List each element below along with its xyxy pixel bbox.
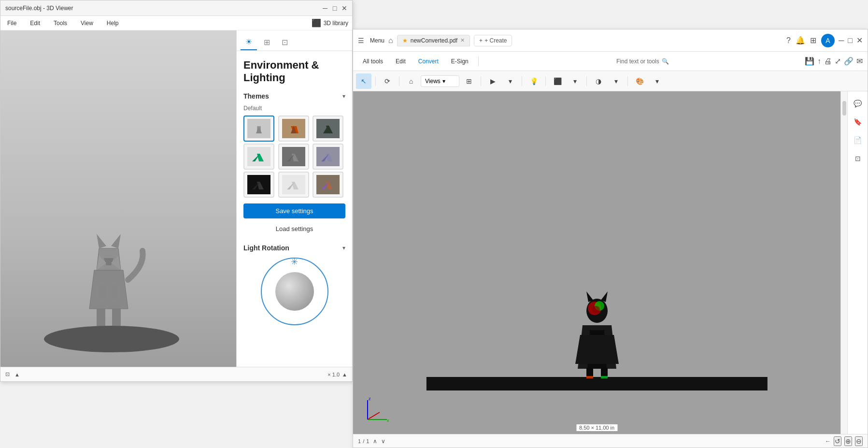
theme-item-3[interactable] (313, 116, 343, 142)
zoom-icon[interactable]: ⤢ (835, 57, 841, 66)
scroll-left-arrow[interactable]: ← (825, 438, 831, 445)
apps-icon[interactable]: ⊞ (810, 36, 816, 45)
pdf-body: x z 8.50 × 11.00 in 💬 🔖 📄 ⊡ (353, 91, 868, 434)
tab-close-icon[interactable]: ✕ (460, 37, 465, 43)
scroll-thumb[interactable] (842, 101, 846, 116)
wolf-model (60, 222, 157, 328)
zoom-out-button[interactable]: ⊖ (855, 436, 863, 446)
user-avatar[interactable]: A (821, 34, 835, 47)
3d-scene: x z 8.50 × 11.00 in (353, 91, 840, 434)
menu-help[interactable]: Help (104, 18, 122, 29)
zoom-chevron-icon[interactable]: ▲ (342, 372, 347, 377)
dropdown-btn-2[interactable]: ▾ (567, 73, 583, 89)
link-icon[interactable]: 🔗 (844, 57, 854, 66)
pages-icon[interactable]: 📄 (850, 132, 866, 148)
wolf-3d-model (568, 282, 626, 378)
menu-edit[interactable]: Edit (27, 18, 43, 29)
menu-tools[interactable]: Tools (51, 18, 70, 29)
create-button[interactable]: + + Create (474, 35, 512, 46)
theme-item-8[interactable] (278, 172, 309, 198)
sun-icon: ✳ (291, 257, 298, 267)
themes-section-header[interactable]: Themes ▾ (243, 92, 345, 100)
menu-file[interactable]: File (4, 18, 19, 29)
render-btn[interactable]: ◑ (591, 73, 606, 89)
esign-button[interactable]: E-Sign (446, 56, 473, 67)
dropdown-btn-3[interactable]: ▾ (608, 73, 624, 89)
pdf-minimize-button[interactable]: ─ (839, 36, 844, 45)
theme-item-1[interactable] (243, 116, 274, 142)
tab-environment[interactable]: ☀ (241, 34, 257, 50)
floppy-icon[interactable]: 💾 (805, 57, 814, 66)
zoom-control: × 1.0 ▲ (327, 372, 347, 377)
light-dial[interactable]: ✳ (243, 258, 345, 325)
minimize-button[interactable]: ─ (322, 5, 328, 11)
render-icon: ⊡ (5, 371, 10, 377)
load-settings-button[interactable]: Load settings (243, 221, 345, 236)
help-icon[interactable]: ? (786, 36, 791, 45)
dial-container[interactable]: ✳ (261, 258, 328, 325)
dropdown-arrow: ▾ (442, 78, 445, 85)
cursor-tool[interactable]: ↖ (356, 73, 371, 89)
background-btn[interactable]: 🎨 (632, 73, 647, 89)
viewer-window-controls: ─ □ ✕ (322, 5, 347, 11)
pdf-content[interactable]: x z 8.50 × 11.00 in (353, 91, 840, 434)
dropdown-btn-1[interactable]: ▾ (502, 73, 518, 89)
layers-icon[interactable]: ⊡ (850, 150, 866, 167)
zoom-reset-button[interactable]: ↺ (834, 436, 841, 446)
svg-marker-40 (575, 335, 619, 364)
mail-icon[interactable]: ✉ (856, 57, 863, 66)
cube-btn[interactable]: ⬛ (550, 73, 565, 89)
maximize-button[interactable]: □ (332, 5, 338, 11)
edit-button[interactable]: Edit (391, 56, 411, 67)
theme-item-9[interactable] (313, 172, 343, 198)
views-dropdown[interactable]: Views ▾ (421, 75, 459, 87)
axis-indicator: x z (363, 395, 392, 424)
svg-text:x: x (387, 418, 389, 423)
share-icon[interactable]: ↑ (817, 57, 821, 66)
tab-table[interactable]: ⊡ (277, 34, 293, 50)
pdf-tab[interactable]: ★ newConverted.pdf ✕ (397, 35, 470, 46)
tab-grid[interactable]: ⊞ (259, 34, 275, 50)
nav-up-arrow[interactable]: ∧ (373, 438, 377, 445)
comments-icon[interactable]: 💬 (850, 95, 866, 112)
pdf-close-button[interactable]: ✕ (856, 36, 863, 45)
svg-line-53 (368, 412, 380, 419)
svg-rect-6 (99, 285, 106, 299)
svg-rect-7 (112, 285, 118, 299)
print-icon[interactable]: 🖨 (824, 57, 832, 66)
dropdown-btn-4[interactable]: ▾ (649, 73, 665, 89)
viewer-title-bar: sourceFile.obj - 3D Viewer ─ □ ✕ (0, 0, 352, 16)
page-sep: / (363, 438, 364, 444)
home-icon[interactable]: ⌂ (388, 36, 393, 45)
menu-view[interactable]: View (78, 18, 96, 29)
dial-sphere (275, 272, 314, 311)
pdf-scrollbar[interactable] (840, 91, 847, 434)
zoom-in-button[interactable]: ⊕ (844, 436, 852, 446)
all-tools-button[interactable]: All tools (358, 56, 388, 67)
light-rotation-section: Light Rotation ▾ ✳ (243, 244, 345, 325)
bookmark-icon[interactable]: 🔖 (850, 114, 866, 130)
close-button[interactable]: ✕ (342, 5, 347, 11)
light-btn[interactable]: 💡 (526, 73, 541, 89)
search-icon[interactable]: 🔍 (662, 58, 669, 65)
hamburger-icon[interactable]: ☰ (358, 37, 364, 44)
theme-item-4[interactable] (243, 144, 274, 170)
theme-item-6[interactable] (313, 144, 343, 170)
theme-item-5[interactable] (278, 144, 309, 170)
model-tree-btn[interactable]: ⊞ (461, 73, 477, 89)
3d-library-button[interactable]: ⬛ 3D library (312, 18, 348, 28)
theme-item-7[interactable] (243, 172, 274, 198)
light-rotation-header[interactable]: Light Rotation ▾ (243, 244, 345, 252)
viewer-canvas[interactable] (0, 30, 236, 367)
pdf-maximize-button[interactable]: □ (848, 36, 853, 45)
home-view-btn[interactable]: ⌂ (403, 73, 419, 89)
save-settings-button[interactable]: Save settings (243, 203, 345, 218)
nav-down-arrow[interactable]: ∨ (381, 438, 385, 445)
theme-item-2[interactable] (278, 116, 309, 142)
convert-button[interactable]: Convert (413, 56, 443, 67)
light-chevron: ▾ (342, 245, 345, 251)
play-btn[interactable]: ▶ (485, 73, 500, 89)
notification-icon[interactable]: 🔔 (796, 36, 805, 45)
rotate-tool[interactable]: ⟳ (380, 73, 395, 89)
chevron-up-icon[interactable]: ▲ (14, 372, 20, 377)
